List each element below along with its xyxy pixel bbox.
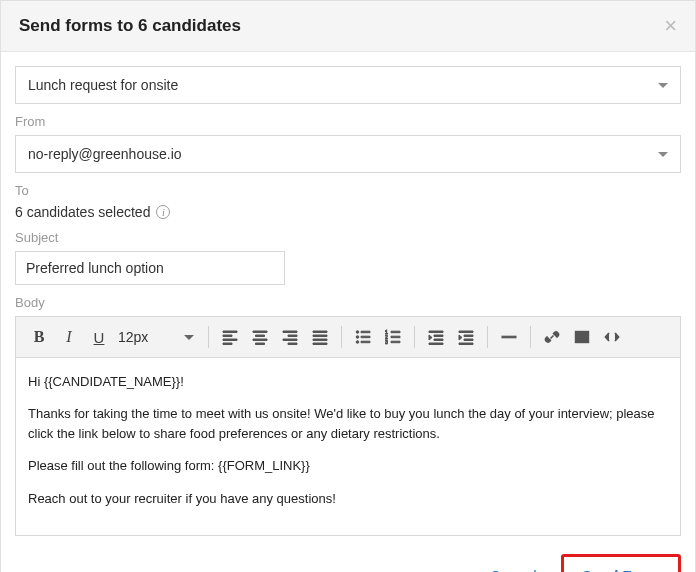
align-justify-button[interactable] [305,323,335,351]
svg-point-0 [356,331,359,334]
subject-label: Subject [15,230,681,245]
font-size-select[interactable]: 12px [114,323,202,351]
code-button[interactable] [597,323,627,351]
toolbar-separator [530,326,531,348]
align-right-button[interactable] [275,323,305,351]
send-form-button[interactable]: Send Form [564,557,678,572]
toolbar-separator [414,326,415,348]
modal-title: Send forms to 6 candidates [19,16,241,36]
align-left-button[interactable] [215,323,245,351]
close-icon[interactable]: × [664,15,677,37]
image-button[interactable] [567,323,597,351]
numbered-list-button[interactable]: 123 [378,323,408,351]
svg-point-1 [356,336,359,339]
toolbar-separator [487,326,488,348]
from-label: From [15,114,681,129]
to-row: 6 candidates selected i [15,204,681,220]
toolbar-separator [341,326,342,348]
underline-button[interactable]: U [84,323,114,351]
info-icon[interactable]: i [156,205,170,219]
chevron-down-icon [184,335,194,340]
align-center-button[interactable] [245,323,275,351]
link-button[interactable] [537,323,567,351]
subject-input[interactable] [15,251,285,285]
bullet-list-button[interactable] [348,323,378,351]
body-paragraph: Reach out to your recruiter if you have … [28,489,668,509]
toolbar-separator [208,326,209,348]
send-forms-modal: Send forms to 6 candidates × Lunch reque… [0,0,696,572]
body-paragraph: Hi {{CANDIDATE_NAME}}! [28,372,668,392]
body-paragraph: Please fill out the following form: {{FO… [28,456,668,476]
indent-button[interactable] [451,323,481,351]
modal-header: Send forms to 6 candidates × [1,1,695,52]
template-select-value: Lunch request for onsite [28,77,178,93]
svg-rect-6 [502,336,516,338]
editor-content[interactable]: Hi {{CANDIDATE_NAME}}! Thanks for taking… [16,358,680,535]
modal-footer: Cancel Send Form [1,536,695,572]
cancel-button[interactable]: Cancel [490,567,537,572]
from-select-value: no-reply@greenhouse.io [28,146,182,162]
italic-button[interactable]: I [54,323,84,351]
chevron-down-icon [658,83,668,88]
from-select[interactable]: no-reply@greenhouse.io [15,135,681,173]
body-label: Body [15,295,681,310]
editor-toolbar: B I U 12px 123 [16,317,680,358]
svg-point-8 [578,334,580,336]
body-paragraph: Thanks for taking the time to meet with … [28,404,668,444]
to-label: To [15,183,681,198]
font-size-value: 12px [118,329,148,345]
svg-text:3: 3 [385,339,388,345]
body-editor: B I U 12px 123 [15,316,681,536]
modal-body: Lunch request for onsite From no-reply@g… [1,52,695,536]
send-button-highlight: Send Form [561,554,681,572]
bold-button[interactable]: B [24,323,54,351]
to-value: 6 candidates selected [15,204,150,220]
template-select[interactable]: Lunch request for onsite [15,66,681,104]
chevron-down-icon [658,152,668,157]
horizontal-rule-button[interactable] [494,323,524,351]
outdent-button[interactable] [421,323,451,351]
svg-point-2 [356,341,359,344]
